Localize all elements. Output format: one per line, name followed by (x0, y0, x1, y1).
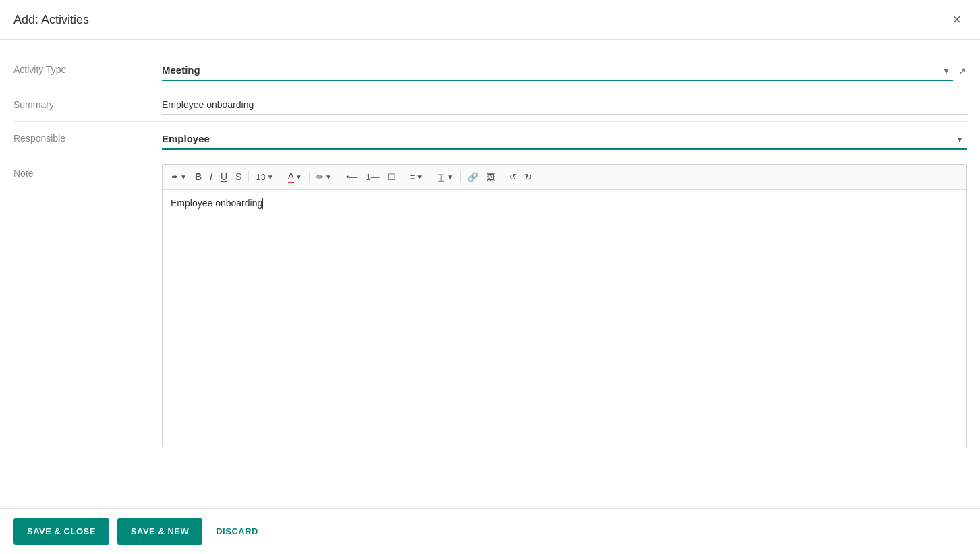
activity-dialog: Add: Activities × Activity Type Meeting … (0, 0, 980, 554)
font-color-dropdown-icon: ▼ (295, 173, 302, 181)
italic-button[interactable]: I (206, 169, 216, 184)
highlight-dropdown-icon: ▼ (325, 173, 332, 181)
align-button[interactable]: ≡ ▼ (407, 170, 427, 184)
brush-icon: ✒ (171, 172, 179, 182)
editor-content-area[interactable]: Employee onboarding (163, 190, 966, 447)
font-size-label: 13 (256, 172, 265, 182)
underline-button[interactable]: U (217, 169, 231, 184)
align-icon: ≡ (410, 172, 415, 182)
highlight-icon: ✏ (316, 172, 324, 182)
summary-row: Summary (13, 88, 967, 122)
strikethrough-button[interactable]: S (232, 169, 245, 184)
activity-type-control: Meeting ▼ ↗ (162, 60, 967, 81)
font-color-button[interactable]: A ▼ (285, 169, 306, 185)
dialog-body: Activity Type Meeting ▼ ↗ Summary (0, 40, 980, 508)
undo-button[interactable]: ↺ (506, 170, 520, 184)
responsible-control: Employee ▼ (162, 129, 967, 150)
toolbar-sep-6 (430, 171, 430, 183)
summary-label: Summary (13, 95, 162, 110)
toolbar-sep-5 (403, 171, 403, 183)
highlight-button[interactable]: ✏ ▼ (313, 170, 335, 184)
save-close-button[interactable]: SAVE & CLOSE (13, 518, 109, 545)
save-new-button[interactable]: SAVE & NEW (117, 518, 202, 545)
link-button[interactable]: 🔗 (464, 170, 482, 184)
editor-text: Employee onboarding (171, 198, 262, 209)
font-color-label: A (288, 171, 294, 183)
font-size-button[interactable]: 13 ▼ (252, 170, 277, 184)
brush-button[interactable]: ✒ ▼ (168, 170, 190, 184)
editor-toolbar: ✒ ▼ B I U S 13 ▼ (163, 165, 966, 190)
note-row: Note ✒ ▼ B I U S (13, 157, 967, 447)
checklist-button[interactable]: ☐ (384, 170, 399, 184)
brush-dropdown-icon: ▼ (180, 173, 187, 181)
activity-type-label: Activity Type (13, 60, 162, 75)
image-icon: 🖼 (486, 172, 495, 182)
summary-control (162, 95, 967, 115)
redo-icon: ↻ (525, 172, 532, 182)
image-button[interactable]: 🖼 (483, 170, 498, 184)
responsible-select[interactable]: Employee (162, 129, 967, 150)
bullets-icon: •— (346, 172, 358, 182)
toolbar-sep-7 (460, 171, 461, 183)
close-button[interactable]: × (947, 9, 967, 30)
table-dropdown-icon: ▼ (446, 173, 453, 181)
undo-icon: ↺ (509, 172, 517, 182)
bold-button[interactable]: B (192, 169, 205, 184)
text-cursor (262, 198, 263, 209)
activity-type-row: Activity Type Meeting ▼ ↗ (13, 53, 967, 88)
redo-button[interactable]: ↻ (521, 170, 536, 184)
dialog-header: Add: Activities × (0, 0, 980, 40)
checklist-icon: ☐ (388, 172, 396, 182)
toolbar-sep-8 (502, 171, 502, 183)
toolbar-sep-3 (309, 171, 310, 183)
responsible-select-wrapper: Employee ▼ (162, 129, 967, 150)
discard-button[interactable]: DISCARD (210, 518, 264, 545)
numbered-button[interactable]: 1— (362, 170, 382, 184)
font-size-dropdown-icon: ▼ (267, 173, 274, 181)
table-button[interactable]: ◫ ▼ (434, 170, 457, 184)
toolbar-sep-4 (339, 171, 339, 183)
link-icon: 🔗 (467, 172, 478, 182)
strikethrough-icon: S (235, 171, 241, 182)
activity-type-select-wrapper: Meeting ▼ (162, 60, 953, 81)
bullets-button[interactable]: •— (343, 170, 362, 184)
toolbar-sep-2 (281, 171, 281, 183)
note-label: Note (13, 164, 162, 179)
external-link-icon[interactable]: ↗ (958, 65, 967, 76)
responsible-row: Responsible Employee ▼ (13, 122, 967, 157)
summary-input[interactable] (162, 95, 967, 115)
activity-type-select[interactable]: Meeting (162, 60, 953, 81)
responsible-label: Responsible (13, 129, 162, 144)
table-icon: ◫ (437, 172, 445, 182)
note-editor: ✒ ▼ B I U S 13 ▼ (162, 164, 967, 447)
dialog-title: Add: Activities (13, 13, 89, 27)
toolbar-sep-1 (248, 171, 249, 183)
dialog-footer: SAVE & CLOSE SAVE & NEW DISCARD (0, 508, 980, 554)
numbered-icon: 1— (366, 172, 379, 182)
form-section: Activity Type Meeting ▼ ↗ Summary (13, 53, 967, 501)
align-dropdown-icon: ▼ (416, 173, 423, 181)
